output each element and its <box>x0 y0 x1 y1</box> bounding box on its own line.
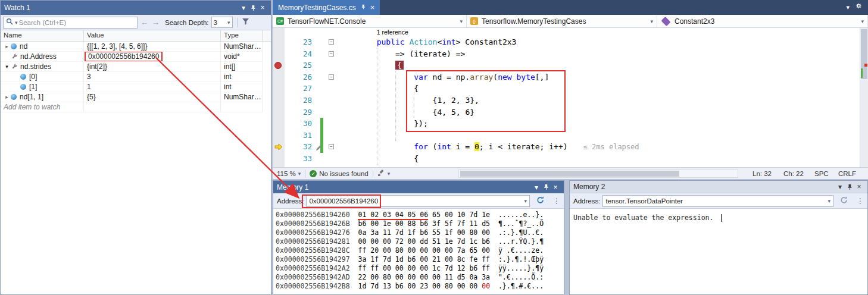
code-text[interactable]: for (int i = 0; i < iterate; i++)≤ 2ms e… <box>337 141 868 153</box>
memory-row[interactable]: 0x000002556B1942AD 22 00 80 00 00 00 00 … <box>276 273 564 282</box>
memory1-address-input[interactable] <box>309 197 524 205</box>
code-line[interactable]: 28{1, 2, 3}, <box>273 95 868 106</box>
code-line[interactable]: 30}); <box>273 118 868 130</box>
member-dropdown[interactable]: Constant2x3 ▾ <box>657 15 868 27</box>
breakpoint-gutter[interactable] <box>273 118 285 130</box>
chevron-down-icon[interactable]: ▾ <box>828 198 830 204</box>
watch-name-cell[interactable]: [1] <box>1 82 84 92</box>
project-dropdown[interactable]: C# TensorFlowNET.Console ▾ <box>273 15 467 27</box>
breakpoint-icon[interactable] <box>274 62 282 69</box>
expander-expanded-icon[interactable]: ▾ <box>3 64 11 70</box>
breakpoint-gutter[interactable] <box>273 59 285 71</box>
outline-margin[interactable] <box>324 118 337 130</box>
search-options-caret-icon[interactable]: ▾ <box>15 20 18 26</box>
column-name[interactable]: Name <box>1 30 84 41</box>
tab-close-icon[interactable]: × <box>370 3 375 12</box>
outline-margin[interactable]: − <box>324 141 337 153</box>
outline-margin[interactable] <box>324 130 337 142</box>
memory-row[interactable]: 0x000002556B194281 00 00 00 72 00 dd 51 … <box>276 237 564 246</box>
code-text[interactable]: public Action<int> Constant2x3 <box>337 36 868 48</box>
watch-value-cell[interactable]: 1 <box>84 82 221 92</box>
collapse-region-icon[interactable]: − <box>329 39 334 45</box>
code-line[interactable]: 24−=> (iterate) => <box>273 48 868 60</box>
document-list-caret-icon[interactable]: ▾ <box>846 4 850 11</box>
breakpoint-gutter[interactable] <box>273 106 285 118</box>
memory2-address-input[interactable] <box>605 197 828 205</box>
window-menu-icon[interactable]: ▾ <box>532 183 541 192</box>
collapse-region-icon[interactable]: − <box>329 74 334 80</box>
code-line[interactable]: 31 <box>273 130 868 142</box>
outline-margin[interactable]: − <box>324 36 337 48</box>
code-line[interactable]: 32−for (int i = 0; i < iterate; i++)≤ 2m… <box>273 141 868 153</box>
breakpoint-gutter[interactable] <box>273 130 285 142</box>
pin-icon[interactable] <box>541 183 551 192</box>
column-value[interactable]: Value <box>84 30 221 41</box>
watch-row[interactable]: ▾nd.strides{int[2]}int[] <box>1 62 271 72</box>
code-line[interactable]: 27{ <box>273 83 868 95</box>
code-line[interactable]: 26−var nd = np.array(new byte[,] <box>273 71 868 83</box>
memory2-message-area[interactable]: Unable to evaluate the expression. <box>570 209 867 222</box>
zoom-control[interactable]: 115 % ▾ <box>273 168 305 179</box>
breakpoint-gutter[interactable] <box>273 71 285 83</box>
search-next-icon[interactable]: → <box>151 18 160 27</box>
watch-value-cell[interactable]: 3 <box>84 72 221 82</box>
code-line[interactable]: 33{ <box>273 153 868 165</box>
watch-name-cell[interactable]: ▸nd <box>1 42 84 52</box>
watch-row[interactable]: ▸nd{[[1, 2, 3], [4, 5, 6]]}NumShar… <box>1 42 271 52</box>
memory1-address-combo[interactable]: ▾ <box>306 195 530 207</box>
scrollbar-thumb[interactable] <box>460 171 679 177</box>
toolbar-overflow-icon[interactable]: ⋮ <box>553 197 560 205</box>
tab-memorytestingcases[interactable]: MemoryTestingCases.cs × <box>273 0 380 15</box>
class-dropdown[interactable]: {} Tensorflow.MemoryTestingCases ▾ <box>467 15 657 27</box>
code-text[interactable]: { <box>337 59 868 71</box>
pin-icon[interactable] <box>845 182 854 192</box>
code-text[interactable]: }); <box>337 118 868 130</box>
search-prev-icon[interactable]: ← <box>140 18 149 27</box>
memory-dump[interactable]: 0x000002556B194260 01 02 03 04 05 06 65 … <box>273 209 564 291</box>
chevron-down-icon[interactable]: ▾ <box>524 198 527 204</box>
watch-name-cell[interactable]: [0] <box>1 72 84 82</box>
breakpoint-gutter[interactable] <box>273 48 285 60</box>
refresh-icon[interactable] <box>839 196 848 206</box>
code-text[interactable]: {1, 2, 3}, <box>337 95 868 106</box>
code-cleanup-control[interactable]: ▾ <box>373 168 395 179</box>
code-text-area[interactable]: 1 reference23−public Action<int> Constan… <box>273 28 868 167</box>
search-depth-combo[interactable]: 3 ▾ <box>211 17 233 28</box>
collapse-region-icon[interactable]: − <box>329 144 334 149</box>
watch-search-box[interactable]: ▾ <box>3 17 138 29</box>
code-text[interactable]: var nd = np.array(new byte[,] <box>337 71 868 83</box>
watch-row[interactable]: [0]3int <box>1 72 271 82</box>
toolbar-overflow-icon[interactable]: ⋮ <box>857 197 864 205</box>
close-icon[interactable]: × <box>258 3 267 12</box>
memory-row[interactable]: 0x000002556B194276 0a 3a 11 7d 1f b6 55 … <box>276 228 564 237</box>
watch-value-cell[interactable]: 0x000002556b194260 <box>84 52 221 62</box>
tab-pin-icon[interactable] <box>360 4 366 12</box>
horizontal-scrollbar[interactable] <box>458 170 738 178</box>
code-line[interactable]: 25{ <box>273 59 868 71</box>
close-icon[interactable]: × <box>854 182 864 192</box>
expander-collapsed-icon[interactable]: ▸ <box>3 43 11 49</box>
outline-margin[interactable] <box>324 153 337 165</box>
watch-value-cell[interactable]: {int[2]} <box>84 62 221 72</box>
pin-icon[interactable] <box>248 3 258 12</box>
code-line[interactable]: 29{4, 5, 6} <box>273 106 868 118</box>
search-input[interactable] <box>19 19 135 26</box>
memory-row[interactable]: 0x000002556B194260 01 02 03 04 05 06 65 … <box>276 211 564 219</box>
breakpoint-gutter[interactable] <box>273 83 285 95</box>
memory-row[interactable]: 0x000002556B19428C ff 20 00 80 00 00 00 … <box>276 246 564 255</box>
watch-name-cell[interactable]: ▾nd.strides <box>1 62 84 72</box>
watch-row[interactable]: nd.Address0x000002556b194260void* <box>1 52 271 62</box>
filter-icon[interactable] <box>242 18 250 27</box>
memory-row[interactable]: 0x000002556B1942B8 1d 7d 13 b6 00 23 00 … <box>276 282 564 291</box>
breakpoint-gutter[interactable] <box>273 141 285 153</box>
close-icon[interactable]: × <box>551 183 560 192</box>
watch-value-cell[interactable]: {5} <box>84 92 221 102</box>
outline-margin[interactable] <box>324 83 337 95</box>
code-text[interactable] <box>337 130 868 142</box>
vertical-scrollbar[interactable] <box>860 28 868 167</box>
expander-collapsed-icon[interactable]: ▸ <box>3 94 11 100</box>
watch-add-row[interactable]: Add item to watch <box>1 102 271 112</box>
code-text[interactable]: { <box>337 153 868 165</box>
outline-margin[interactable]: − <box>324 48 337 60</box>
code-text[interactable]: { <box>337 83 868 95</box>
